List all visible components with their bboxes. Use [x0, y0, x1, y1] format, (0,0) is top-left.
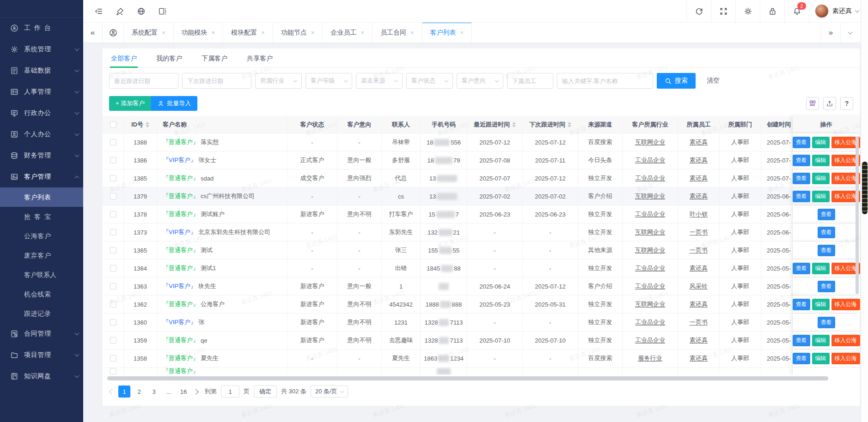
- export-icon[interactable]: [823, 97, 836, 110]
- sidebar-item-finance-mgmt[interactable]: 财务管理: [0, 145, 83, 166]
- scope-tab-all-customers[interactable]: 全部客户: [111, 48, 137, 68]
- sidebar-item-personal-office[interactable]: 个人办公: [0, 124, 83, 145]
- tabs-scroll-left-button[interactable]: «: [83, 23, 103, 42]
- industry-link[interactable]: 工业品企业: [635, 264, 665, 272]
- filter-select-channel-source[interactable]: 渠道来源: [356, 73, 403, 89]
- view-button[interactable]: 查看: [793, 191, 810, 202]
- notifications-bell-icon[interactable]: 2: [784, 0, 809, 22]
- row-checkbox[interactable]: [110, 247, 116, 253]
- employee-link[interactable]: 风采铃: [690, 282, 708, 290]
- fullscreen-icon[interactable]: [711, 0, 735, 22]
- employee-link[interactable]: 叶小钗: [690, 210, 708, 218]
- view-button[interactable]: 查看: [818, 317, 835, 328]
- screen-panel-icon[interactable]: [152, 0, 173, 22]
- select-all-checkbox[interactable]: [110, 121, 116, 128]
- move-to-sea-button[interactable]: 移入公海: [831, 353, 860, 364]
- theme-brush-icon[interactable]: [109, 0, 130, 22]
- column-header-id[interactable]: ID号: [124, 116, 157, 133]
- tab-system-config[interactable]: 系统配置×: [124, 23, 174, 42]
- close-tab-icon[interactable]: ×: [162, 29, 165, 36]
- tab-function-module[interactable]: 功能模块×: [174, 23, 224, 42]
- user-menu[interactable]: 素还真: [809, 0, 868, 22]
- prev-page-icon[interactable]: [109, 389, 115, 395]
- employee-link[interactable]: 素还真: [690, 264, 708, 272]
- sidebar-item-hr-mgmt[interactable]: 人事管理: [0, 81, 83, 102]
- sidebar-item-contract-mgmt[interactable]: 合同管理: [0, 323, 83, 344]
- batch-import-button[interactable]: 批量导入: [151, 96, 197, 111]
- confirm-button[interactable]: 确定: [254, 386, 277, 398]
- employee-link[interactable]: 一页书: [690, 228, 708, 236]
- sidebar-subitem-customer-list[interactable]: 客户列表: [0, 187, 83, 207]
- row-checkbox[interactable]: [110, 157, 116, 163]
- industry-link[interactable]: 互联网企业: [635, 138, 665, 146]
- sidebar-subitem-sea-customers[interactable]: 公海客户: [0, 226, 83, 246]
- view-button[interactable]: 查看: [793, 353, 810, 364]
- sidebar-item-knowledge-disk[interactable]: 知识网盘: [0, 366, 83, 387]
- sort-carets-icon[interactable]: [146, 122, 149, 127]
- goto-page-input[interactable]: [221, 386, 239, 398]
- row-checkbox[interactable]: [110, 301, 116, 307]
- row-checkbox[interactable]: [110, 175, 116, 181]
- close-tab-icon[interactable]: ×: [311, 29, 315, 36]
- globe-icon[interactable]: [130, 0, 152, 22]
- sidebar-item-system-mgmt[interactable]: 系统管理: [0, 39, 83, 60]
- edit-button[interactable]: 编辑: [812, 353, 830, 364]
- settings-gear-icon[interactable]: [735, 0, 760, 22]
- industry-link[interactable]: 工业品企业: [635, 282, 665, 290]
- industry-link[interactable]: 工业品企业: [635, 174, 665, 182]
- industry-link[interactable]: 互联网企业: [635, 246, 665, 254]
- filter-select-industry[interactable]: 所属行业: [255, 73, 302, 89]
- filter-select-customer-intent[interactable]: 客户意向: [457, 73, 503, 89]
- industry-link[interactable]: 工业品企业: [635, 156, 665, 164]
- tab-customer-list[interactable]: 客户列表×: [422, 23, 472, 42]
- edit-button[interactable]: 编辑: [812, 173, 830, 184]
- page-number[interactable]: 16: [177, 386, 189, 398]
- sidebar-item-workbench[interactable]: 工作台: [0, 18, 83, 39]
- industry-link[interactable]: 服务行业: [638, 354, 662, 362]
- employee-link[interactable]: 素还真: [690, 192, 708, 200]
- sidebar-item-customer-mgmt[interactable]: 客户管理: [0, 166, 83, 187]
- sidebar-subitem-qiangkebao[interactable]: 抢客宝: [0, 207, 83, 226]
- scope-tab-shared-customers[interactable]: 共享客户: [247, 48, 273, 68]
- column-header-next_follow[interactable]: 下次跟进时间: [523, 116, 578, 133]
- next-page-icon[interactable]: [193, 389, 199, 395]
- tabs-options-button[interactable]: [840, 23, 860, 42]
- industry-link[interactable]: 互联网企业: [635, 192, 665, 200]
- employee-link[interactable]: 一页书: [690, 318, 708, 326]
- close-tab-icon[interactable]: ×: [212, 29, 215, 36]
- view-button[interactable]: 查看: [793, 155, 810, 166]
- tab-enterprise-staff[interactable]: 企业员工×: [323, 23, 373, 42]
- employee-link[interactable]: 素还真: [690, 156, 708, 164]
- home-tab-icon[interactable]: [103, 23, 124, 42]
- view-button[interactable]: 查看: [818, 245, 835, 256]
- sidebar-item-base-data[interactable]: 基础数据: [0, 60, 83, 81]
- refresh-icon[interactable]: [686, 0, 711, 22]
- filter-input-field-next-follow-date[interactable]: [187, 78, 246, 84]
- move-to-sea-button[interactable]: 移入公海: [831, 299, 860, 310]
- edit-button[interactable]: 编辑: [812, 137, 830, 148]
- view-button[interactable]: 查看: [818, 227, 835, 238]
- tab-function-node[interactable]: 功能节点×: [273, 23, 323, 42]
- view-button[interactable]: 查看: [793, 173, 810, 184]
- clear-filters-link[interactable]: 清空: [707, 77, 720, 85]
- employee-link[interactable]: 一页书: [690, 246, 708, 254]
- view-button[interactable]: 查看: [793, 263, 810, 274]
- view-button[interactable]: 查看: [818, 209, 835, 220]
- view-button[interactable]: 查看: [793, 335, 810, 346]
- collapse-menu-icon[interactable]: [88, 0, 109, 22]
- help-icon[interactable]: ?: [840, 97, 853, 110]
- lock-icon[interactable]: [760, 0, 784, 22]
- window-scrollbar-thumb[interactable]: [862, 162, 868, 214]
- page-number[interactable]: 1: [118, 386, 130, 398]
- industry-link[interactable]: 工业品企业: [635, 336, 665, 344]
- row-checkbox[interactable]: [110, 229, 116, 235]
- horizontal-scrollbar-thumb[interactable]: [107, 376, 828, 380]
- sidebar-item-project-mgmt[interactable]: 项目管理: [0, 344, 83, 366]
- employee-link[interactable]: 素还真: [690, 336, 708, 344]
- sidebar-item-admin-office[interactable]: 行政办公: [0, 102, 83, 124]
- edit-button[interactable]: 编辑: [812, 263, 830, 274]
- filter-select-customer-status[interactable]: 客户状态: [406, 73, 453, 89]
- scope-tab-my-customers[interactable]: 我的客户: [156, 48, 182, 68]
- scope-tab-subordinate-customers[interactable]: 下属客户: [202, 48, 227, 68]
- add-customer-button[interactable]: + 添加客户: [109, 96, 151, 111]
